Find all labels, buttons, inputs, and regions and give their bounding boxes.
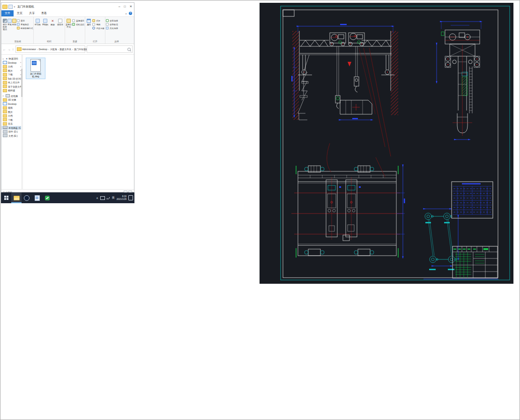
- sidebar-item-drive-e[interactable]: 文档 (E:): [1, 134, 22, 138]
- ime-indicator[interactable]: 英: [112, 196, 115, 200]
- crumb-administrator[interactable]: Administrator: [22, 48, 36, 51]
- sidebar-item-local-disk-c[interactable]: 本地磁盘 (C:): [1, 126, 22, 130]
- crumb-current[interactable]: 龙门吊装箱机: [74, 48, 88, 51]
- invert-selection-button[interactable]: 反向选择: [106, 27, 118, 29]
- trolley-b: [349, 33, 364, 46]
- copy-path-icon: [17, 23, 20, 26]
- crumb-folder1[interactable]: 大航海: [50, 48, 57, 51]
- sidebar-item-quick-access[interactable]: ▸★ 快速访问: [1, 57, 22, 61]
- file-item-dwg[interactable]: 龙门吊装箱 机.dwg: [26, 58, 45, 79]
- file-list[interactable]: 龙门吊装箱 机.dwg: [23, 55, 134, 189]
- edit-button[interactable]: 编辑: [92, 23, 104, 26]
- history-button[interactable]: 历史记录: [92, 27, 104, 29]
- sidebar-item-pc-documents[interactable]: 文档: [1, 114, 22, 118]
- new-folder-button[interactable]: 新建文件夹: [66, 18, 72, 28]
- select-none-button[interactable]: 全部取消: [106, 23, 118, 26]
- front-elevation-view: [291, 24, 398, 156]
- up-icon[interactable]: ↑: [12, 48, 14, 51]
- crumb-separator: ›: [58, 48, 59, 51]
- sidebar-item-folder[interactable]: 基于创意文件资料: [1, 85, 22, 89]
- search-box[interactable]: [87, 45, 133, 53]
- back-icon[interactable]: ←: [3, 48, 6, 51]
- help-icon[interactable]: ?: [129, 12, 132, 15]
- folder-icon: [3, 69, 7, 72]
- pin-to-quick-access-button[interactable]: 固定到快速访问: [3, 18, 7, 30]
- select-all-button[interactable]: 全部选择: [106, 19, 118, 22]
- star-icon: ★: [6, 57, 7, 60]
- taskbar-explorer-button[interactable]: [11, 192, 22, 203]
- select-all-icon: [106, 19, 109, 22]
- invert-selection-icon: [106, 27, 109, 29]
- address-bar: ← → ↑ Administrator › Desktop › 大航海 › 新建…: [1, 44, 134, 55]
- copy-button[interactable]: 复制: [7, 18, 12, 26]
- start-button[interactable]: [1, 192, 11, 203]
- tab-share[interactable]: 共享: [26, 10, 38, 16]
- crumb-desktop[interactable]: Desktop: [39, 48, 47, 51]
- tab-file[interactable]: 文件: [1, 10, 14, 16]
- collapse-ribbon-icon[interactable]: ∧: [125, 12, 127, 15]
- touch-keyboard-icon[interactable]: [100, 196, 105, 200]
- window-title: 龙门吊装箱机: [17, 5, 119, 9]
- network-icon[interactable]: [107, 197, 110, 199]
- move-to-button[interactable]: 移动到: [34, 18, 41, 26]
- action-center-icon[interactable]: [128, 195, 133, 200]
- cut-button[interactable]: 剪切: [17, 19, 33, 22]
- paste-shortcut-button[interactable]: 粘贴快捷方式: [17, 27, 33, 29]
- new-item-button[interactable]: 新建项目: [72, 19, 84, 22]
- easy-access-button[interactable]: 轻松访问: [72, 23, 84, 26]
- clock[interactable]: 8:33 2021/1/29: [117, 195, 126, 200]
- sidebar-item-pictures[interactable]: 图片 ✦: [1, 69, 22, 73]
- maximize-button[interactable]: □: [124, 5, 126, 8]
- paste-button[interactable]: 粘贴: [12, 18, 16, 26]
- open-button[interactable]: 打开: [92, 19, 104, 22]
- rename-button[interactable]: 重命名: [57, 18, 64, 26]
- sidebar-item-this-pc[interactable]: ▸ 此电脑: [1, 94, 22, 98]
- breadcrumb[interactable]: Administrator › Desktop › 大航海 › 新建文件夹 › …: [15, 45, 86, 53]
- sidebar-item-folder[interactable]: 9成-33-(打印): [1, 77, 22, 81]
- copy-path-button[interactable]: 复制路径: [17, 23, 33, 26]
- sidebar-item-folder[interactable]: 线上传文件: [1, 81, 22, 85]
- drive-icon: [3, 126, 7, 129]
- sidebar-item-desktop[interactable]: Desktop ✦: [1, 61, 22, 65]
- minimize-button[interactable]: –: [119, 5, 120, 8]
- sidebar-item-pc-desktop[interactable]: Desktop: [1, 102, 22, 106]
- cad-viewport[interactable]: [260, 3, 513, 284]
- properties-button[interactable]: 属性: [86, 18, 92, 26]
- sidebar-item-drive-d[interactable]: 软件 (D:): [1, 130, 22, 134]
- title-bar[interactable]: ∨ 龙门吊装箱机 – □ ✕: [1, 3, 134, 10]
- crumb-separator: ›: [48, 48, 49, 51]
- qat-dropdown-icon[interactable]: ∨: [14, 5, 15, 8]
- sidebar-item-pc-downloads[interactable]: 下载: [1, 118, 22, 122]
- dwg-drawing: [260, 3, 513, 284]
- easy-access-icon: [72, 23, 75, 26]
- system-tray: ∧ 英 8:33 2021/1/29: [96, 195, 134, 200]
- sidebar-item-music[interactable]: 音乐: [1, 122, 22, 126]
- search-icon[interactable]: [127, 48, 131, 51]
- forward-icon[interactable]: →: [7, 48, 11, 51]
- sidebar-item-folder[interactable]: 精科辅: [1, 88, 22, 93]
- copy-to-button[interactable]: 复制到: [42, 18, 49, 26]
- sidebar-item-videos[interactable]: 视频: [1, 106, 22, 110]
- taskbar-green-app-button[interactable]: [42, 192, 52, 203]
- sidebar-item-downloads[interactable]: 下载 ✦: [1, 73, 22, 77]
- tab-home[interactable]: 主页: [14, 10, 26, 16]
- nav-scrollbar[interactable]: [21, 55, 22, 189]
- taskbar-document-app-button[interactable]: [32, 192, 42, 203]
- properties-icon: [87, 19, 91, 23]
- trolley-a: [330, 33, 346, 46]
- delete-button[interactable]: ✕ 删除: [49, 18, 56, 26]
- tray-expand-icon[interactable]: ∧: [96, 196, 98, 199]
- folder-icon: [3, 85, 7, 88]
- taskbar-browser-button[interactable]: [22, 192, 32, 203]
- crumb-folder2[interactable]: 新建文件夹: [59, 48, 71, 51]
- sidebar-item-documents[interactable]: 文档 ✦: [1, 65, 22, 69]
- search-input[interactable]: [87, 48, 127, 51]
- ribbon-group-clipboard: 固定到快速访问 复制 粘贴 剪切: [2, 17, 34, 44]
- folder-icon: [3, 89, 7, 92]
- sidebar-item-3d-objects[interactable]: 3D 对象: [1, 98, 22, 102]
- tab-view[interactable]: 查看: [38, 10, 50, 16]
- monitor-icon: [3, 102, 7, 105]
- qat-button-icon[interactable]: [8, 5, 13, 9]
- sidebar-item-pc-pictures[interactable]: 图片: [1, 110, 22, 114]
- close-button[interactable]: ✕: [130, 5, 132, 8]
